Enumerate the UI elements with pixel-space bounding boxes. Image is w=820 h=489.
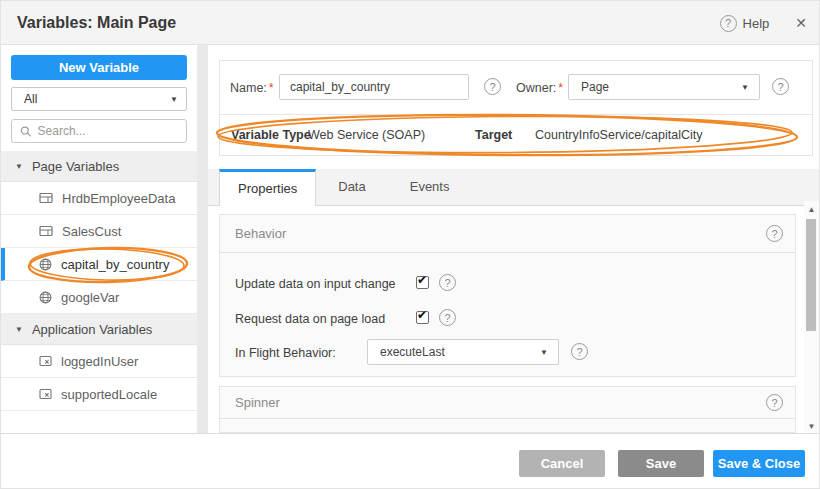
- scrollbar-thumb[interactable]: [806, 219, 816, 331]
- collapse-triangle-icon: ▼: [15, 162, 23, 171]
- chevron-down-icon: ▼: [540, 348, 548, 357]
- behavior-section: Behavior ? Update data on input change ✔…: [219, 214, 796, 377]
- dialog-footer: Cancel Save Save & Close: [1, 433, 820, 489]
- close-icon[interactable]: ✕: [795, 15, 807, 31]
- section-label: Page Variables: [32, 159, 119, 174]
- owner-value: Page: [581, 80, 609, 94]
- tab-properties[interactable]: Properties: [219, 169, 316, 206]
- sidebar-item-capital-by-country[interactable]: capital_by_country: [1, 248, 197, 281]
- update-data-help-icon[interactable]: ?: [439, 274, 456, 291]
- collapse-triangle-icon: ▼: [15, 325, 23, 334]
- tab-events[interactable]: Events: [388, 169, 472, 205]
- request-data-label: Request data on page load: [235, 312, 385, 326]
- behavior-title: Behavior: [235, 226, 286, 241]
- dialog-header: Variables: Main Page ? Help ✕: [1, 1, 820, 45]
- scroll-up-icon[interactable]: ▲: [804, 205, 819, 214]
- spinner-title: Spinner: [235, 395, 280, 410]
- properties-scrollbar[interactable]: ▲ ▼: [804, 201, 819, 433]
- owner-label: Owner:*: [516, 81, 563, 95]
- editor-tabs: Properties Data Events: [208, 169, 820, 206]
- target-value: CountryInfoService/capitalCity: [535, 128, 702, 142]
- chevron-down-icon: ▼: [741, 83, 749, 92]
- name-label: Name:*: [230, 81, 274, 95]
- variable-summary-box: Name:* ? Owner:* Page ▼ ? Variable Type …: [219, 60, 813, 156]
- list-item-label: supportedLocale: [61, 387, 157, 402]
- sidebar-item-googlevar[interactable]: googleVar: [1, 281, 197, 314]
- help-icon[interactable]: ?: [720, 15, 737, 32]
- page-title: Variables: Main Page: [17, 14, 176, 32]
- service-variable-icon: [39, 225, 53, 237]
- name-field[interactable]: [279, 74, 469, 100]
- list-item-label: loggedInUser: [61, 354, 138, 369]
- variables-sidebar: New Variable All ▼ ▼ Page Variables: [1, 45, 197, 433]
- list-item-label: googleVar: [61, 290, 119, 305]
- search-icon: [20, 125, 32, 138]
- variable-filter-select[interactable]: All ▼: [11, 87, 187, 111]
- list-item-label: SalesCust: [62, 224, 121, 239]
- tab-data[interactable]: Data: [316, 169, 387, 205]
- update-data-checkbox[interactable]: ✔: [416, 276, 429, 289]
- model-variable-icon: [39, 388, 52, 400]
- variable-type-label: Variable Type: [231, 128, 311, 142]
- search-box: [11, 119, 187, 143]
- service-variable-icon: [39, 192, 53, 204]
- web-service-variable-icon: [39, 291, 52, 304]
- in-flight-behavior-value: executeLast: [380, 345, 445, 359]
- behavior-help-icon[interactable]: ?: [766, 225, 783, 242]
- cancel-button[interactable]: Cancel: [519, 450, 605, 477]
- request-data-checkbox[interactable]: ✔: [416, 311, 429, 324]
- search-input[interactable]: [38, 124, 178, 138]
- header-actions: ? Help ✕: [720, 1, 807, 45]
- sidebar-item-hrdbemployeedata[interactable]: HrdbEmployeeData: [1, 182, 197, 215]
- model-variable-icon: [39, 355, 52, 367]
- new-variable-button[interactable]: New Variable: [11, 55, 187, 80]
- request-data-help-icon[interactable]: ?: [439, 309, 456, 326]
- update-data-label: Update data on input change: [235, 277, 396, 291]
- sidebar-item-loggedinuser[interactable]: loggedInUser: [1, 345, 197, 378]
- save-and-close-button[interactable]: Save & Close: [713, 450, 805, 477]
- sidebar-item-salescust[interactable]: SalesCust: [1, 215, 197, 248]
- in-flight-help-icon[interactable]: ?: [571, 343, 588, 360]
- owner-help-icon[interactable]: ?: [772, 78, 789, 95]
- panel-divider: [197, 45, 208, 433]
- list-item-label: capital_by_country: [61, 257, 169, 272]
- variables-list: ▼ Page Variables HrdbEmployeeData SalesC…: [1, 151, 197, 411]
- required-marker: *: [558, 81, 563, 95]
- variable-filter-value: All: [24, 92, 37, 106]
- variables-dialog: Variables: Main Page ? Help ✕ New Variab…: [0, 0, 820, 489]
- variable-editor: Name:* ? Owner:* Page ▼ ? Variable Type …: [208, 45, 820, 433]
- spinner-header: Spinner ?: [220, 387, 795, 419]
- form-separator: [220, 114, 812, 115]
- in-flight-behavior-label: In Flight Behavior:: [235, 346, 336, 360]
- section-page-variables[interactable]: ▼ Page Variables: [1, 151, 197, 182]
- required-marker: *: [269, 81, 274, 95]
- spinner-help-icon[interactable]: ?: [766, 394, 783, 411]
- section-label: Application Variables: [32, 322, 152, 337]
- name-help-icon[interactable]: ?: [484, 78, 501, 95]
- scroll-down-icon[interactable]: ▼: [804, 422, 819, 431]
- target-label: Target: [475, 128, 512, 142]
- save-button[interactable]: Save: [618, 450, 704, 477]
- checkmark-icon: ✔: [417, 308, 427, 322]
- web-service-variable-icon: [39, 258, 52, 271]
- in-flight-behavior-select[interactable]: executeLast ▼: [367, 339, 559, 365]
- checkmark-icon: ✔: [417, 273, 427, 287]
- sidebar-item-supportedlocale[interactable]: supportedLocale: [1, 378, 197, 411]
- list-item-label: HrdbEmployeeData: [62, 191, 175, 206]
- owner-select[interactable]: Page ▼: [568, 74, 760, 100]
- spinner-section: Spinner ?: [219, 386, 796, 433]
- variable-type-value: Web Service (SOAP): [308, 128, 425, 142]
- help-link[interactable]: Help: [743, 16, 770, 31]
- chevron-down-icon: ▼: [170, 95, 178, 104]
- section-application-variables[interactable]: ▼ Application Variables: [1, 314, 197, 345]
- behavior-header: Behavior ?: [220, 215, 795, 253]
